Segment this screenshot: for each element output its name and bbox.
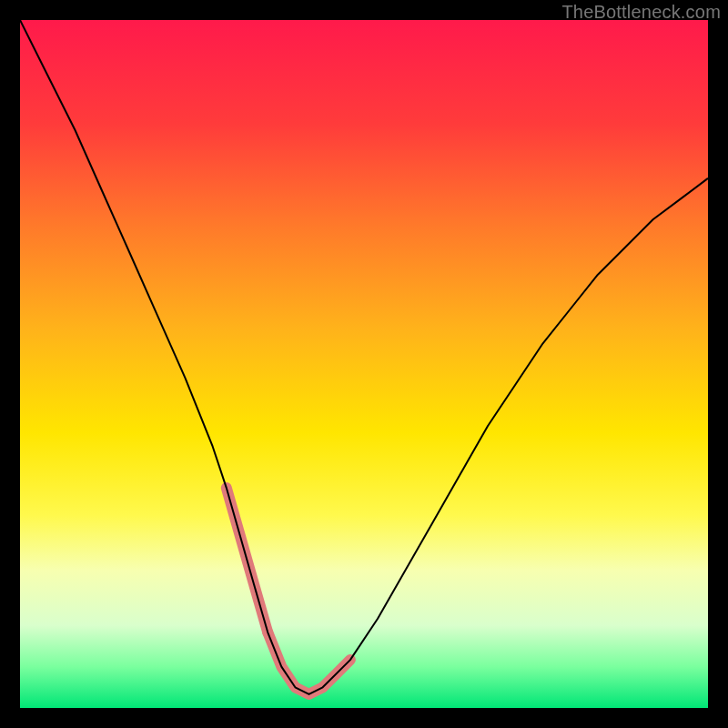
- plot-area: [20, 20, 708, 708]
- plot-background: [20, 20, 708, 708]
- watermark-text: TheBottleneck.com: [561, 2, 721, 23]
- plot-svg: [20, 20, 708, 708]
- chart-frame: TheBottleneck.com: [0, 0, 728, 728]
